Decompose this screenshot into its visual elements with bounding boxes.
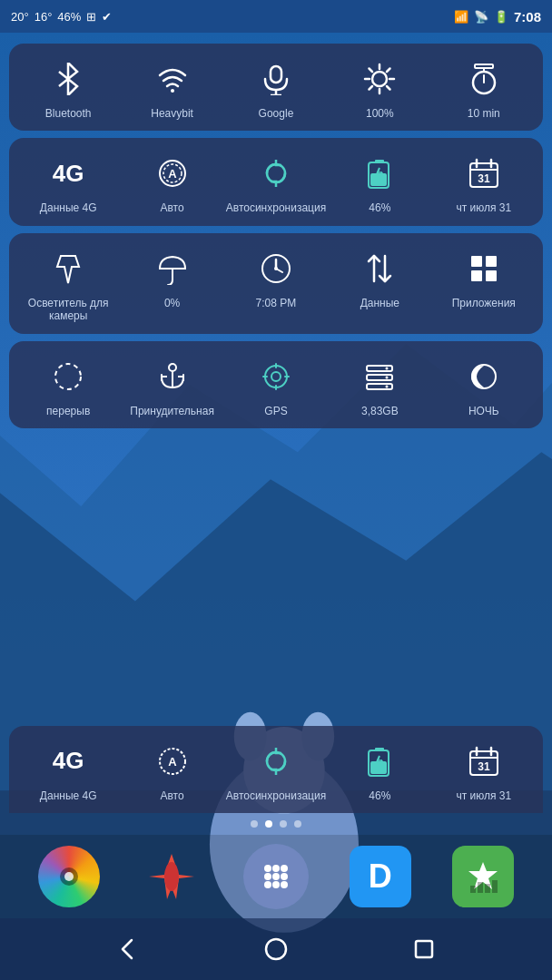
- status-left: 20° 16° 46% ⊞ ✔: [11, 10, 112, 24]
- tile-brightness-label: 100%: [366, 107, 394, 120]
- app-launcher[interactable]: [243, 844, 309, 909]
- svg-point-66: [386, 376, 389, 378]
- tile-calendar[interactable]: 31 чт июля 31: [439, 151, 529, 214]
- svg-line-17: [370, 69, 373, 73]
- layout-icon: ⊞: [86, 10, 96, 24]
- svg-text:A: A: [168, 167, 177, 181]
- svg-text:31: 31: [478, 760, 490, 773]
- svg-point-51: [55, 364, 81, 389]
- tile-gps-label: GPS: [264, 405, 287, 417]
- tile-gps[interactable]: GPS: [231, 354, 321, 417]
- svg-rect-47: [471, 256, 482, 267]
- 4g-icon-2: 4G: [45, 739, 91, 784]
- tile-clock-label: 7:08 PM: [256, 297, 297, 309]
- temp2: 16°: [34, 10, 53, 24]
- dot-3[interactable]: [280, 820, 287, 828]
- tile-force-label: Принудительная: [130, 405, 214, 417]
- home-button[interactable]: [258, 931, 294, 967]
- panel-3-row: Осветитель для камеры 0%: [16, 246, 536, 323]
- svg-rect-64: [367, 384, 392, 389]
- storage-icon: [357, 354, 402, 399]
- tile-clock[interactable]: 7:08 PM: [231, 246, 321, 309]
- svg-marker-39: [57, 256, 79, 283]
- dot-4[interactable]: [294, 820, 301, 828]
- svg-rect-30: [370, 173, 387, 186]
- tile-brightness[interactable]: 100%: [334, 56, 425, 120]
- tile-battery[interactable]: 46%: [334, 151, 425, 214]
- svg-point-92: [272, 881, 280, 888]
- svg-point-67: [386, 385, 389, 387]
- svg-point-89: [272, 873, 280, 880]
- tile-bluetooth-label: Bluetooth: [45, 107, 92, 120]
- tile-umbrella[interactable]: 0%: [127, 246, 218, 309]
- tile-data[interactable]: Данные: [334, 246, 425, 309]
- tile-auto2-label: Авто: [161, 789, 184, 802]
- tile-sync[interactable]: Автосинхронизация: [231, 151, 321, 214]
- tile-storage[interactable]: 3,83GB: [334, 354, 425, 417]
- app-plane[interactable]: [141, 846, 202, 907]
- svg-rect-97: [485, 884, 490, 893]
- tile-night-label: НОЧЬ: [468, 405, 499, 417]
- tile-4g2[interactable]: 4G Данные 4G: [23, 739, 113, 802]
- tile-auto[interactable]: A Авто: [127, 151, 218, 214]
- svg-point-84: [164, 862, 179, 891]
- tile-flashlight-label: Осветитель для камеры: [23, 297, 113, 323]
- tile-4g[interactable]: 4G Данные 4G: [23, 151, 113, 214]
- dot-2[interactable]: [265, 820, 272, 828]
- app-hue[interactable]: [38, 846, 100, 907]
- tile-flashlight[interactable]: Осветитель для камеры: [23, 246, 113, 323]
- svg-point-93: [281, 881, 288, 888]
- tile-microphone[interactable]: Google: [231, 56, 321, 120]
- svg-rect-72: [375, 748, 384, 751]
- gps-icon: [253, 354, 299, 399]
- tile-apps-label: Приложения: [452, 297, 516, 309]
- back-button[interactable]: [110, 931, 146, 967]
- break-icon: [45, 354, 91, 399]
- tile-battery2-label: 46%: [369, 789, 390, 802]
- tile-wifi[interactable]: Heavybit: [127, 56, 218, 120]
- bluetooth-icon: [45, 56, 91, 102]
- tile-calendar2[interactable]: 31 чт июля 31: [439, 739, 529, 802]
- svg-rect-95: [470, 886, 476, 893]
- panel-1: Bluetooth Heavybit: [9, 44, 543, 131]
- app-dict[interactable]: D: [350, 846, 411, 907]
- tile-night[interactable]: НОЧЬ: [439, 354, 529, 417]
- tile-apps[interactable]: Приложения: [439, 246, 529, 309]
- app-dict-label: D: [369, 858, 392, 896]
- svg-rect-9: [271, 66, 281, 83]
- tile-break[interactable]: перерыв: [23, 354, 113, 417]
- tile-sync2[interactable]: Автосинхронизация: [231, 739, 321, 802]
- flashlight-icon: [45, 246, 91, 291]
- temp1: 20°: [11, 10, 29, 24]
- svg-point-90: [281, 873, 288, 880]
- dot-1[interactable]: [251, 820, 258, 828]
- dots-indicator: [0, 813, 552, 835]
- tile-calendar2-label: чт июля 31: [456, 789, 511, 802]
- svg-point-91: [264, 881, 271, 888]
- svg-point-65: [386, 367, 389, 369]
- tile-force[interactable]: Принудительная: [127, 354, 218, 417]
- force-icon: [150, 354, 195, 399]
- battery-icon: 🔋: [494, 10, 508, 24]
- auto-icon-2: A: [150, 739, 195, 784]
- tile-timer[interactable]: 10 min: [439, 56, 529, 120]
- svg-line-31: [377, 168, 380, 174]
- svg-point-52: [169, 364, 176, 371]
- recents-button[interactable]: [406, 931, 442, 967]
- tile-battery2[interactable]: 46%: [334, 739, 425, 802]
- svg-rect-50: [486, 270, 497, 281]
- app-star[interactable]: [452, 846, 514, 907]
- umbrella-icon: [150, 246, 195, 291]
- svg-line-18: [387, 86, 390, 90]
- svg-rect-49: [471, 270, 482, 281]
- tile-auto2[interactable]: A Авто: [127, 739, 218, 802]
- tile-sync-label: Автосинхронизация: [226, 201, 326, 214]
- tile-break-label: перерыв: [46, 405, 90, 417]
- 4g-icon: 4G: [45, 151, 91, 196]
- calendar-icon: 31: [461, 151, 507, 196]
- panels-container: Bluetooth Heavybit: [0, 36, 552, 436]
- svg-line-20: [387, 69, 390, 73]
- tile-timer-label: 10 min: [468, 107, 500, 120]
- tile-bluetooth[interactable]: Bluetooth: [23, 56, 113, 120]
- panel-3: Осветитель для камеры 0%: [9, 233, 543, 334]
